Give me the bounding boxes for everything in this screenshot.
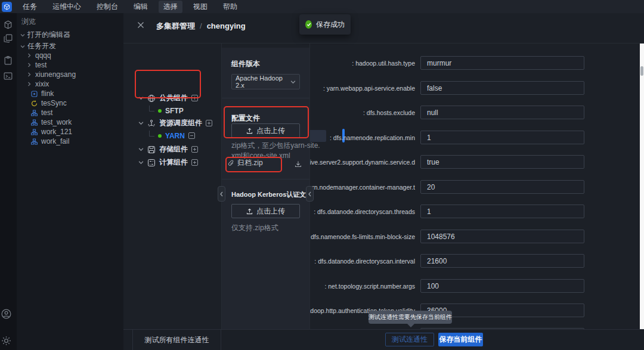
menu-item-edit[interactable]: 编辑: [129, 1, 153, 13]
plus-square-icon[interactable]: [191, 95, 198, 101]
field-input[interactable]: [420, 279, 584, 293]
minus-square-icon[interactable]: [188, 132, 195, 139]
breadcrumb-root[interactable]: 多集群管理: [156, 21, 195, 30]
field-label: hadoop.util.hash.type :: [310, 60, 418, 67]
close-icon[interactable]: [137, 21, 144, 29]
chevron-down-icon: [138, 147, 144, 152]
tree-item-label: YARN: [165, 132, 185, 140]
test-all-connectivity[interactable]: 测试所有组件连通性: [132, 330, 221, 350]
tree-group-common[interactable]: 公共组件: [138, 92, 198, 104]
workflow-icon: [31, 119, 38, 126]
menu-items: 任务 运维中心 控制台 编辑 选择 视图 帮助: [18, 1, 242, 13]
test-connectivity-button[interactable]: 测试连通性: [385, 333, 434, 346]
file-item[interactable]: tesSync: [31, 99, 67, 107]
tree-elbow-line: [149, 131, 154, 137]
scheduler-icon: [147, 119, 156, 128]
menu-item-select[interactable]: 选择: [159, 1, 182, 13]
explorer-sidebar: 浏览 打开的编辑器 任务开发 qqqq test xiunengsang xix…: [17, 13, 123, 350]
menu-bar: 任务 运维中心 控制台 编辑 选择 视图 帮助: [0, 0, 644, 13]
folder-item[interactable]: xixix: [27, 80, 49, 88]
settings-icon[interactable]: [1, 335, 12, 346]
sidebar-section-open-editors[interactable]: 打开的编辑器: [20, 30, 70, 40]
collapse-left-panel-handle[interactable]: [218, 186, 225, 202]
component-config-panel: 组件版本 Apache Hadoop 2.x 配置文件 点击上传 zip格式，至…: [222, 48, 309, 329]
file-item[interactable]: flink: [31, 89, 54, 98]
sync-icon: [31, 100, 38, 107]
tree-group-storage[interactable]: 存储组件: [138, 143, 198, 156]
tree-group-compute[interactable]: 计算组件: [138, 156, 198, 169]
field-input[interactable]: [420, 56, 584, 70]
field-input[interactable]: [420, 131, 584, 144]
folder-item[interactable]: xiunengsang: [27, 70, 76, 79]
field-input[interactable]: [420, 254, 584, 268]
form-row: yarn.webapp.api-service.enable :: [310, 81, 584, 95]
plus-square-icon[interactable]: [206, 120, 212, 126]
upload-button-label: 点击上传: [256, 206, 285, 216]
field-input[interactable]: [420, 155, 584, 169]
menu-item-tasks[interactable]: 任务: [18, 1, 42, 13]
upload-icon: [246, 208, 253, 215]
save-component-button[interactable]: 保存当前组件: [438, 333, 483, 346]
account-icon[interactable]: [1, 308, 12, 320]
field-input[interactable]: [420, 230, 584, 243]
form-row: dfs.namenode.replication.min :: [310, 131, 584, 144]
plus-square-icon[interactable]: [191, 146, 198, 153]
console-icon[interactable]: [3, 71, 13, 81]
app-logo-icon[interactable]: [2, 2, 12, 12]
field-label: dfs.datanode.directoryscan.interval :: [310, 258, 418, 265]
plus-square-icon[interactable]: [191, 159, 198, 166]
tree-item-sftp[interactable]: SFTP: [149, 104, 184, 117]
field-label: dfs.namenode.replication.min :: [310, 134, 418, 141]
menu-item-view[interactable]: 视图: [188, 1, 212, 13]
workflow-icon: [31, 110, 38, 116]
form-row: dfs.hosts.exclude :: [310, 106, 584, 119]
kerberos-upload-button[interactable]: 点击上传: [231, 204, 300, 218]
chevron-right-icon: [27, 63, 32, 67]
file-item[interactable]: work_121: [31, 128, 72, 136]
folder-item[interactable]: qqqq: [27, 51, 51, 60]
field-input[interactable]: [420, 81, 584, 95]
config-upload-button[interactable]: 点击上传: [231, 123, 300, 138]
folder-name: test: [35, 61, 47, 69]
tree-group-label: 存储组件: [159, 144, 188, 154]
download-icon[interactable]: [295, 160, 302, 168]
check-circle-icon: [305, 20, 312, 29]
file-item[interactable]: test_work: [31, 118, 72, 126]
uploaded-file-item[interactable]: 归档.zip: [228, 158, 263, 168]
package-icon[interactable]: [3, 20, 13, 30]
clipboard-icon[interactable]: [3, 55, 13, 66]
form-row: dfs.datanode.directoryscan.threads :: [310, 205, 584, 218]
menu-item-ops-center[interactable]: 运维中心: [48, 1, 86, 13]
status-dot-green: [158, 134, 162, 138]
chevron-right-icon: [27, 53, 32, 58]
component-tree-panel: 公共组件 SFTP 资源调度组件 YARN 存储组件: [123, 44, 221, 329]
folder-name: qqqq: [35, 51, 51, 60]
file-item[interactable]: work_fail: [31, 137, 69, 145]
chevron-down-icon: [20, 44, 25, 49]
chevron-down-icon: [138, 160, 144, 165]
section-divider: [222, 179, 309, 179]
form-scrollbar-track[interactable]: [640, 42, 644, 329]
field-label: yarn.webapp.api-service.enable :: [310, 85, 418, 92]
version-select[interactable]: Apache Hadoop 2.x: [231, 74, 300, 89]
tree-group-scheduler[interactable]: 资源调度组件: [138, 117, 212, 129]
uploaded-file-name: 归档.zip: [237, 158, 263, 168]
collapse-mid-panel-handle[interactable]: [306, 186, 314, 202]
file-item[interactable]: test: [31, 109, 52, 117]
breadcrumb-current: chengying: [207, 21, 246, 30]
form-scrollbar-thumb[interactable]: [640, 66, 643, 76]
file-name: test: [41, 109, 52, 117]
tooltip-text: 测试连通性需要先保存当前组件: [369, 313, 452, 321]
copies-icon[interactable]: [3, 33, 13, 44]
field-input[interactable]: [420, 106, 584, 119]
field-input[interactable]: [420, 205, 584, 218]
folder-item[interactable]: test: [27, 61, 47, 69]
breadcrumb: 多集群管理/chengying: [156, 21, 246, 32]
tree-elbow-line: [149, 106, 154, 111]
tree-item-yarn[interactable]: YARN: [149, 129, 195, 142]
field-input[interactable]: [420, 180, 584, 194]
sidebar-section-task-dev[interactable]: 任务开发: [20, 41, 56, 51]
menu-item-help[interactable]: 帮助: [218, 1, 242, 13]
tree-group-label: 公共组件: [159, 93, 188, 103]
menu-item-console[interactable]: 控制台: [92, 1, 123, 13]
